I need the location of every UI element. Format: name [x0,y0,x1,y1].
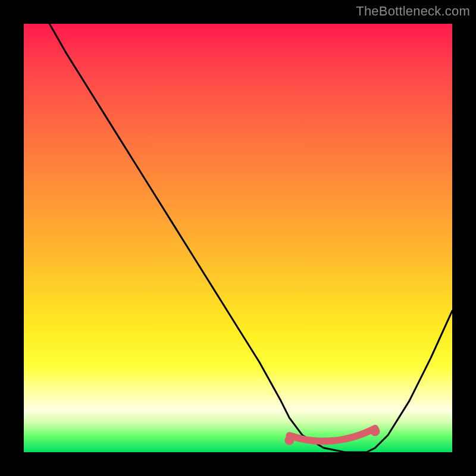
curve-layer [24,24,452,452]
watermark-text: TheBottleneck.com [356,4,470,19]
plot-area [24,24,452,452]
chart-frame: TheBottleneck.com [0,0,476,476]
optimal-band-end-dot [370,427,380,436]
optimal-band-start-dot [284,436,294,445]
bottleneck-curve [49,24,452,452]
